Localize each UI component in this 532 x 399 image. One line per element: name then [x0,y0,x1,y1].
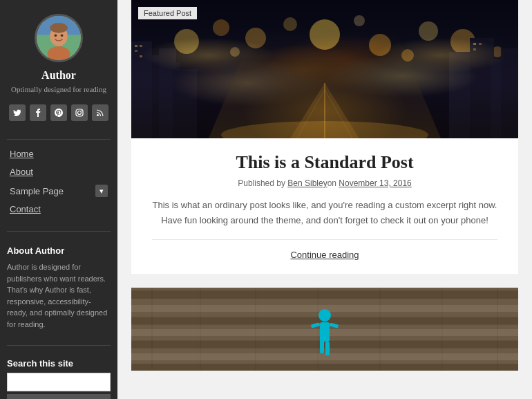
svg-rect-33 [135,45,137,47]
post-divider-1 [152,239,497,240]
post-card-1: Featured Post [131,0,518,274]
search-input[interactable] [7,373,111,391]
pinterest-icon[interactable] [50,104,67,121]
sidebar-divider-2 [7,231,111,232]
post-meta-1: Published by Ben Sibleyon November 13, 2… [152,178,497,188]
svg-point-23 [401,49,414,62]
meta-prefix: Published by [238,178,287,188]
svg-point-6 [48,46,70,62]
svg-line-26 [297,90,325,138]
meta-on: on [327,178,339,188]
city-night-image [131,0,518,138]
post-content-1: This is a Standard Post Published by Ben… [131,138,518,274]
search-label: Search this site [7,358,111,369]
social-icons [9,104,108,121]
twitter-icon[interactable] [9,104,26,121]
featured-badge: Featured Post [138,7,197,19]
post-excerpt-1: This is what an ordinary post looks like… [152,198,497,228]
nav-item-about[interactable]: About [7,163,111,181]
sidebar: Author Optimally designed for reading Ho… [0,0,117,399]
svg-rect-30 [152,62,180,138]
svg-point-9 [81,111,82,111]
main-content: Featured Post [117,0,532,399]
sidebar-divider-3 [7,345,111,346]
svg-rect-29 [131,41,152,138]
svg-rect-34 [140,45,142,47]
svg-rect-35 [135,50,137,52]
svg-point-13 [213,19,229,36]
svg-rect-41 [473,43,476,45]
svg-rect-43 [473,48,476,50]
post-date-link[interactable]: November 13, 2016 [339,178,411,188]
post-card-2 [131,288,518,371]
continue-reading-link[interactable]: Continue reading [290,250,359,260]
instagram-icon[interactable] [71,104,88,121]
svg-rect-31 [159,48,176,138]
nav-item-sample[interactable]: Sample Page [7,181,111,201]
svg-rect-36 [140,55,142,57]
svg-point-17 [419,21,438,41]
svg-rect-28 [131,55,159,138]
second-post-image [131,288,518,371]
svg-point-5 [61,35,64,37]
svg-point-10 [97,114,99,116]
svg-rect-32 [173,69,197,138]
svg-point-14 [245,28,266,48]
post-author-link[interactable]: Ben Sibley [287,178,327,188]
svg-point-22 [230,47,240,57]
svg-rect-62 [320,340,324,353]
svg-rect-63 [325,342,330,355]
rss-icon[interactable] [92,104,108,121]
sample-dropdown-arrow[interactable] [95,185,108,197]
avatar [35,14,83,62]
sidebar-divider [7,139,111,140]
svg-rect-7 [76,109,83,116]
about-section-text: Author is designed for publishers who wa… [7,261,111,330]
svg-point-3 [50,23,68,33]
svg-point-16 [369,34,391,56]
post-title-1: This is a Standard Post [152,152,497,173]
nav-menu: Home About Sample Page Contact [7,145,111,219]
facebook-icon[interactable] [30,104,46,121]
about-section-title: About Author [7,245,111,256]
author-name: Author [41,69,76,82]
svg-rect-38 [470,38,494,138]
svg-rect-39 [491,59,518,138]
svg-point-19 [283,17,297,31]
svg-point-20 [354,15,365,26]
search-section: Search this site Go [7,358,111,399]
author-tagline: Optimally designed for reading [11,84,106,95]
svg-point-4 [55,35,57,37]
svg-point-44 [221,121,428,138]
svg-point-60 [319,309,331,322]
svg-rect-37 [449,52,491,138]
search-button[interactable]: Go [7,394,111,399]
nav-item-contact[interactable]: Contact [7,201,111,219]
svg-rect-61 [320,322,330,342]
svg-rect-42 [479,43,482,45]
svg-line-27 [325,90,352,138]
svg-point-12 [174,29,199,54]
nav-item-home[interactable]: Home [7,145,111,163]
continue-reading-1: Continue reading [152,250,497,260]
svg-rect-40 [501,48,518,138]
svg-point-8 [78,111,82,115]
featured-image-wrapper: Featured Post [131,0,518,138]
svg-point-15 [310,19,340,50]
